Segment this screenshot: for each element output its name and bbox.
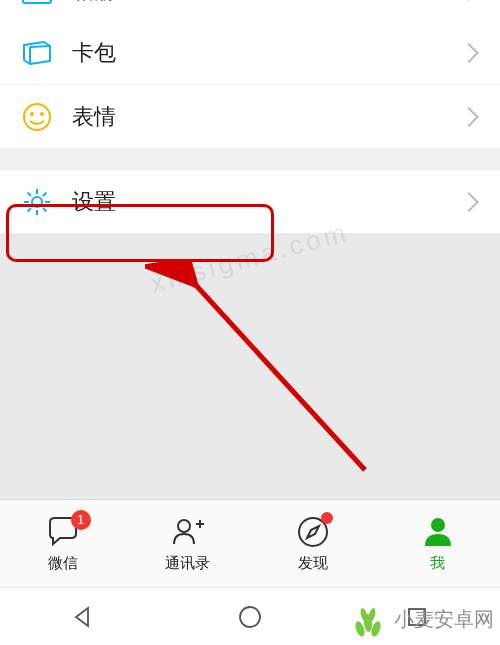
svg-point-4: [30, 112, 34, 116]
chevron-right-icon: [459, 192, 479, 212]
svg-line-12: [43, 208, 47, 212]
tab-label: 通讯录: [165, 554, 210, 573]
svg-rect-23: [409, 609, 425, 625]
svg-point-22: [240, 607, 260, 627]
svg-marker-19: [307, 526, 319, 538]
tab-label: 我: [430, 554, 445, 573]
menu-item-sticker[interactable]: 表情: [0, 85, 500, 148]
tab-bar: 1 微信 通讯录 发现 我: [0, 499, 500, 587]
content-column: 相册 卡包 表情: [0, 0, 500, 645]
svg-line-13: [43, 192, 47, 196]
system-nav-bar: [0, 587, 500, 645]
gear-icon: [20, 185, 54, 219]
nav-recent-button[interactable]: [398, 598, 436, 636]
nav-home-button[interactable]: [231, 598, 269, 636]
svg-line-14: [28, 208, 32, 212]
menu-item-album[interactable]: 相册: [0, 0, 500, 22]
svg-line-11: [28, 192, 32, 196]
svg-point-5: [40, 112, 44, 116]
tab-me[interactable]: 我: [375, 500, 500, 587]
svg-marker-21: [76, 608, 88, 626]
svg-point-15: [178, 520, 190, 532]
smiley-icon: [20, 100, 54, 134]
chat-bubble-icon: 1: [45, 514, 81, 550]
menu-item-settings[interactable]: 设置: [0, 170, 500, 233]
svg-point-6: [32, 197, 42, 207]
chevron-right-icon: [459, 43, 479, 63]
tab-contacts[interactable]: 通讯录: [125, 500, 250, 587]
screen: 相册 卡包 表情: [0, 0, 500, 645]
tab-chat[interactable]: 1 微信: [0, 500, 125, 587]
badge-count: 1: [71, 510, 91, 530]
svg-rect-0: [23, 0, 51, 3]
card-icon: [20, 36, 54, 70]
tab-label: 发现: [298, 554, 328, 573]
nav-back-button[interactable]: [64, 598, 102, 636]
notification-dot: [321, 512, 333, 524]
menu-item-label: 表情: [72, 102, 462, 132]
svg-line-2: [30, 46, 50, 47]
compass-icon: [295, 514, 331, 550]
contacts-icon: [170, 514, 206, 550]
person-icon: [420, 514, 456, 550]
menu-item-label: 卡包: [72, 38, 462, 68]
partial-row-container: 相册: [0, 0, 500, 22]
tab-discover[interactable]: 发现: [250, 500, 375, 587]
svg-point-3: [24, 104, 50, 130]
menu-item-card[interactable]: 卡包: [0, 22, 500, 85]
picture-icon: [20, 0, 54, 8]
menu-group-1: 卡包 表情: [0, 22, 500, 148]
svg-point-20: [431, 518, 445, 532]
chevron-right-icon: [459, 107, 479, 127]
empty-area: [0, 233, 500, 499]
section-gap: [0, 148, 500, 170]
tab-label: 微信: [48, 554, 78, 573]
menu-item-label: 相册: [72, 0, 462, 6]
menu-item-label: 设置: [72, 187, 462, 217]
menu-group-2: 设置: [0, 170, 500, 233]
